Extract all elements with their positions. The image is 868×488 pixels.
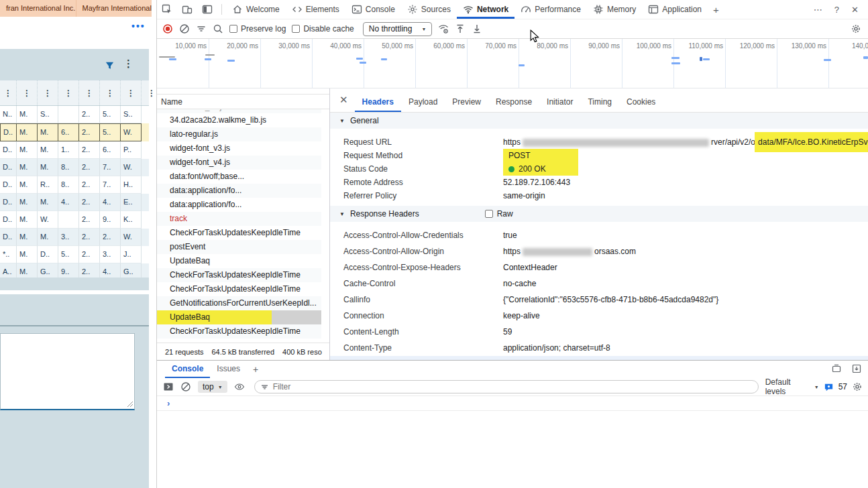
- help-icon[interactable]: ?: [834, 5, 839, 15]
- grid-cell[interactable]: D..: [0, 141, 17, 159]
- response-headers-section-header[interactable]: ▼ Response Headers Raw: [330, 206, 868, 222]
- export-har-icon[interactable]: [472, 23, 482, 34]
- throttling-select[interactable]: No throttling ▼: [363, 22, 433, 36]
- close-details-icon[interactable]: ✕: [338, 94, 355, 107]
- grid-cell[interactable]: D..: [0, 123, 17, 141]
- grid-cell[interactable]: 8..: [58, 176, 79, 194]
- clear-network-log-icon[interactable]: [179, 23, 190, 34]
- grid-cell[interactable]: J..: [121, 246, 142, 263]
- grid-cell[interactable]: *..: [0, 246, 17, 263]
- network-settings-gear-icon[interactable]: [851, 23, 861, 34]
- clear-console-icon[interactable]: [180, 381, 191, 392]
- tab-network[interactable]: Network: [457, 0, 514, 19]
- grid-cell[interactable]: K..: [121, 211, 142, 229]
- grid-cell[interactable]: H..: [121, 176, 142, 194]
- dock-side-icon[interactable]: [197, 4, 217, 15]
- timeline-request-bar[interactable]: [703, 58, 710, 60]
- grid-row[interactable]: D..M.M.6..2..5..W.: [0, 123, 149, 141]
- grid-cell[interactable]: 2..: [79, 229, 100, 246]
- grid-cell[interactable]: W.: [38, 211, 58, 229]
- timeline-request-bar[interactable]: [824, 59, 831, 61]
- expand-drawer-icon[interactable]: [851, 363, 862, 374]
- tab-console[interactable]: Console: [345, 0, 401, 19]
- details-tab-cookies[interactable]: Cookies: [619, 93, 663, 112]
- grid-cell[interactable]: W.: [121, 229, 142, 246]
- network-request-row[interactable]: track: [157, 212, 321, 226]
- close-icon[interactable]: ✕: [851, 5, 859, 15]
- timeline-request-bar[interactable]: [227, 60, 235, 62]
- header-name[interactable]: Content-Length: [343, 324, 503, 340]
- grid-cell[interactable]: M.: [17, 229, 38, 246]
- grid-cell[interactable]: 5..: [100, 106, 121, 123]
- more-options-icon[interactable]: ⋯: [814, 5, 822, 15]
- drawer-tab-issues[interactable]: Issues: [210, 361, 247, 378]
- network-request-row[interactable]: UpdateBaq: [157, 254, 321, 268]
- grid-cell[interactable]: E..: [121, 194, 142, 211]
- header-name[interactable]: Access-Control-Allow-Origin: [343, 243, 503, 259]
- grid-cell[interactable]: [58, 106, 79, 123]
- network-request-row[interactable]: data:application/fo...: [157, 198, 321, 212]
- network-name-column-header[interactable]: Name: [157, 94, 329, 109]
- grid-cell[interactable]: M.: [17, 141, 38, 159]
- column-menu-icon[interactable]: ⋮: [17, 80, 38, 105]
- grid-row[interactable]: D..M.M.8..2..7..W.: [0, 159, 149, 176]
- grid-cell[interactable]: R..: [38, 176, 58, 194]
- grid-cell[interactable]: 4..: [58, 194, 79, 211]
- timeline-request-bar[interactable]: [356, 58, 363, 60]
- header-name[interactable]: Access-Control-Expose-Headers: [343, 259, 503, 276]
- grid-cell[interactable]: 2..: [79, 194, 100, 211]
- grid-row[interactable]: D..M.M.1..2..6..P..: [0, 141, 149, 159]
- grid-cell[interactable]: 5..: [100, 123, 121, 141]
- details-tab-preview[interactable]: Preview: [445, 93, 488, 112]
- grid-cell[interactable]: 2..: [79, 106, 100, 123]
- timeline-request-bar[interactable]: [671, 57, 680, 59]
- grid-cell[interactable]: D..: [0, 211, 17, 229]
- console-filter-input[interactable]: Filter: [254, 380, 759, 393]
- more-tabs-button[interactable]: +: [708, 0, 724, 19]
- timeline-request-bar[interactable]: [360, 62, 366, 64]
- column-menu-icon[interactable]: ⋮: [58, 80, 79, 105]
- grid-cell[interactable]: M.: [38, 194, 58, 211]
- header-name[interactable]: Access-Control-Allow-Credentials: [343, 227, 503, 243]
- drawer-tab-console[interactable]: Console: [165, 361, 210, 378]
- header-name[interactable]: Callinfo: [343, 292, 503, 308]
- grid-cell[interactable]: M.: [38, 229, 58, 246]
- browser-tab-2[interactable]: Mayfran International: [76, 0, 152, 17]
- column-menu-icon[interactable]: ⋮: [38, 80, 58, 105]
- timeline-request-bar[interactable]: [205, 54, 215, 56]
- dock-drawer-icon[interactable]: [831, 363, 842, 374]
- grid-cell[interactable]: W.: [121, 123, 142, 141]
- network-request-row[interactable]: data:application/fo...: [157, 184, 321, 198]
- network-request-row[interactable]: GetNotificationsForCurrentUserKeepIdl...: [157, 296, 321, 310]
- grid-cell[interactable]: 7..: [100, 176, 121, 194]
- console-sidebar-icon[interactable]: [163, 381, 174, 392]
- grid-row[interactable]: N..M.S..2..5..S..: [0, 106, 149, 123]
- tab-sources[interactable]: Sources: [401, 0, 457, 19]
- grid-cell[interactable]: 2..: [100, 229, 121, 246]
- grid-cell[interactable]: 6..: [100, 141, 121, 159]
- filter-funnel-icon[interactable]: [105, 60, 115, 70]
- tab-memory[interactable]: Memory: [587, 0, 642, 19]
- disable-cache-checkbox[interactable]: [292, 25, 300, 33]
- log-levels-select[interactable]: Default levels: [765, 377, 810, 396]
- network-request-row[interactable]: CheckForTaskUpdatesKeepIdleTime: [157, 268, 321, 282]
- network-request-row[interactable]: widget-font_v3.js: [157, 141, 321, 156]
- grid-cell[interactable]: 2..: [79, 159, 100, 176]
- header-name[interactable]: Request Method: [343, 149, 503, 162]
- grid-cell[interactable]: 2..: [79, 246, 100, 263]
- network-request-row[interactable]: 34.d2aca2b2.walkme_lib.js: [157, 113, 321, 127]
- column-menu-icon[interactable]: ⋮: [100, 80, 121, 105]
- timeline-request-bar[interactable]: [381, 58, 387, 60]
- timeline-request-bar[interactable]: [159, 56, 175, 58]
- grid-cell[interactable]: 7..: [100, 159, 121, 176]
- grid-cell[interactable]: W.: [121, 159, 142, 176]
- timeline-request-bar[interactable]: [205, 58, 211, 60]
- timeline-request-bar[interactable]: [169, 58, 176, 60]
- grid-cell[interactable]: [58, 211, 79, 229]
- details-tab-payload[interactable]: Payload: [401, 93, 445, 112]
- grid-cell[interactable]: S..: [121, 106, 142, 123]
- timeline-request-bar[interactable]: [700, 57, 702, 61]
- grid-cell[interactable]: 2..: [79, 211, 100, 229]
- network-overview-timeline[interactable]: 10,000 ms20,000 ms30,000 ms40,000 ms50,0…: [157, 39, 868, 88]
- grid-row[interactable]: D..M.R..8..2..7..H..: [0, 176, 149, 194]
